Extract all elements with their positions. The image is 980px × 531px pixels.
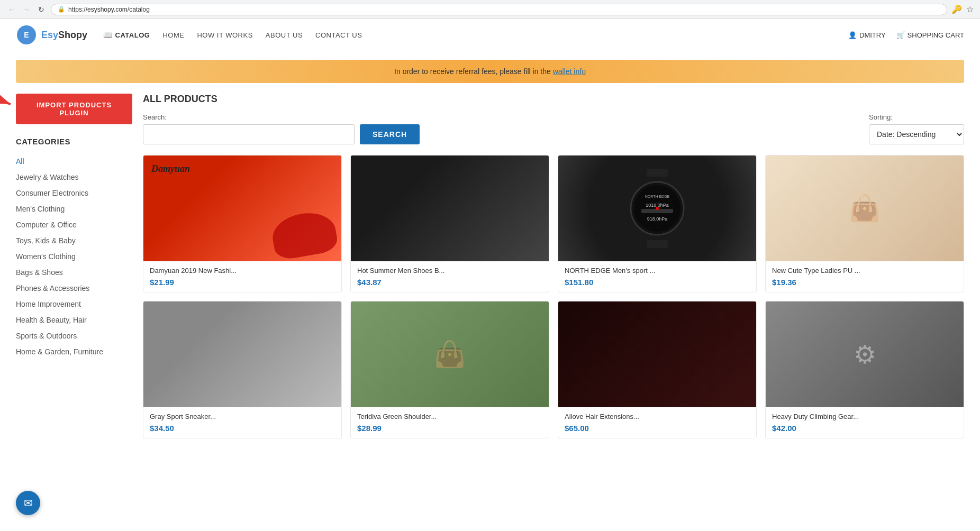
- star-icon: ☆: [966, 4, 974, 14]
- product-info: Damyuan 2019 New Fashi... $21.99: [143, 261, 341, 292]
- product-price: $21.99: [150, 278, 335, 287]
- category-bags-shoes[interactable]: Bags & Shoes: [16, 264, 132, 280]
- search-input[interactable]: [143, 124, 355, 144]
- category-jewelry[interactable]: Jewelry & Watches: [16, 169, 132, 185]
- svg-text:E: E: [24, 31, 29, 39]
- product-name: Heavy Duty Climbing Gear...: [772, 413, 957, 420]
- category-womens-clothing[interactable]: Women's Clothing: [16, 249, 132, 264]
- category-computer-office[interactable]: Computer & Office: [16, 217, 132, 233]
- main-layout: IMPORT PRODUCTS PLUGIN CATEGORIES All Je…: [0, 83, 980, 449]
- banner-text: In order to receive referral fees, pleas…: [394, 67, 553, 76]
- refresh-button[interactable]: ↻: [36, 4, 47, 15]
- user-menu[interactable]: 👤 DMITRY: [848, 31, 886, 39]
- svg-text:NORTH EDGE: NORTH EDGE: [645, 195, 670, 198]
- wallet-info-link[interactable]: wallet info: [553, 67, 586, 76]
- category-home-garden[interactable]: Home & Garden, Furniture: [16, 344, 132, 360]
- category-all[interactable]: All: [16, 153, 132, 169]
- category-mens-clothing[interactable]: Men's Clothing: [16, 201, 132, 217]
- product-info: Teridiva Green Shoulder... $28.99: [351, 407, 549, 438]
- url-text: https://esyshopy.com/catalog: [68, 6, 150, 13]
- category-health-beauty[interactable]: Health & Beauty, Hair: [16, 312, 132, 328]
- shopping-cart[interactable]: 🛒 SHOPPING CART: [896, 31, 964, 39]
- user-icon: 👤: [848, 31, 857, 39]
- category-sports-outdoors[interactable]: Sports & Outdoors: [16, 328, 132, 344]
- logo[interactable]: E EsyShopy: [16, 24, 87, 45]
- product-card-1[interactable]: Damyuan Damyuan 2019 New Fashi... $21.99: [143, 155, 342, 292]
- product-info: NORTH EDGE Men's sport ... $151.80: [558, 261, 756, 292]
- product-card-5[interactable]: Gray Sport Sneaker... $34.50: [143, 301, 342, 438]
- category-home-improvement[interactable]: Home Improvement: [16, 296, 132, 312]
- products-area: ALL PRODUCTS Search: SEARCH Sorting: Dat…: [143, 94, 964, 438]
- site-header: E EsyShopy 📖 CATALOG HOME HOW IT WORKS A…: [0, 19, 980, 51]
- svg-rect-3: [647, 169, 668, 177]
- search-col: Search:: [143, 113, 355, 144]
- product-card-6[interactable]: 👜 Teridiva Green Shoulder... $28.99: [350, 301, 549, 438]
- svg-text:918.0hPa: 918.0hPa: [647, 216, 668, 222]
- sorting-label: Sorting:: [869, 113, 964, 121]
- product-card-8[interactable]: ⚙ Heavy Duty Climbing Gear... $42.00: [765, 301, 964, 438]
- referral-banner: In order to receive referral fees, pleas…: [16, 60, 964, 83]
- product-info: New Cute Type Ladies PU ... $19.36: [766, 261, 964, 292]
- product-card-3[interactable]: NORTH EDGE 1018.0hPa 918.0hPa NORTH EDGE…: [558, 155, 757, 292]
- logo-icon: E: [16, 24, 37, 45]
- sidebar: IMPORT PRODUCTS PLUGIN CATEGORIES All Je…: [16, 94, 132, 438]
- search-button[interactable]: SEARCH: [360, 124, 420, 144]
- product-image: [143, 301, 341, 407]
- product-info: Allove Hair Extensions... $65.00: [558, 407, 756, 438]
- product-name: Hot Summer Men Shoes B...: [357, 267, 542, 274]
- product-info: Heavy Duty Climbing Gear... $42.00: [766, 407, 964, 438]
- product-price: $34.50: [150, 424, 335, 433]
- sort-select[interactable]: Date: Descending Date: Ascending Price: …: [869, 124, 964, 144]
- product-card-4[interactable]: 👜 New Cute Type Ladies PU ... $19.36: [765, 155, 964, 292]
- product-price: $43.87: [357, 278, 542, 287]
- category-phones-accessories[interactable]: Phones & Accessories: [16, 280, 132, 296]
- url-bar[interactable]: 🔒 https://esyshopy.com/catalog: [51, 4, 947, 15]
- product-name: NORTH EDGE Men's sport ...: [565, 267, 750, 274]
- product-price: $19.36: [772, 278, 957, 287]
- product-name: Gray Sport Sneaker...: [150, 413, 335, 420]
- import-products-btn[interactable]: IMPORT PRODUCTS PLUGIN: [16, 94, 132, 124]
- nav-catalog[interactable]: 📖 CATALOG: [103, 31, 150, 39]
- nav-home[interactable]: HOME: [162, 31, 184, 39]
- products-title: ALL PRODUCTS: [143, 94, 964, 105]
- category-consumer-electronics[interactable]: Consumer Electronics: [16, 185, 132, 201]
- main-nav: 📖 CATALOG HOME HOW IT WORKS ABOUT US CON…: [103, 31, 848, 39]
- product-name: Teridiva Green Shoulder...: [357, 413, 542, 420]
- svg-point-11: [656, 207, 659, 210]
- product-image: ⚙: [766, 301, 964, 407]
- svg-rect-4: [647, 240, 668, 248]
- sorting-col: Sorting: Date: Descending Date: Ascendin…: [869, 113, 964, 144]
- nav-how-it-works[interactable]: HOW IT WORKS: [197, 31, 252, 39]
- product-image: [558, 301, 756, 407]
- product-image: 👜: [351, 301, 549, 407]
- search-row: Search: SEARCH Sorting: Date: Descending…: [143, 113, 964, 144]
- product-info: Gray Sport Sneaker... $34.50: [143, 407, 341, 438]
- key-icon: 🔑: [951, 4, 962, 14]
- category-list: All Jewelry & Watches Consumer Electroni…: [16, 153, 132, 360]
- search-label: Search:: [143, 113, 355, 121]
- nav-about-us[interactable]: ABOUT US: [266, 31, 303, 39]
- back-button[interactable]: ←: [6, 4, 17, 15]
- lock-icon: 🔒: [58, 6, 65, 13]
- product-image: NORTH EDGE 1018.0hPa 918.0hPa: [558, 155, 756, 261]
- category-toys-kids-baby[interactable]: Toys, Kids & Baby: [16, 233, 132, 249]
- logo-text: EsyShopy: [41, 30, 87, 41]
- product-name: Allove Hair Extensions...: [565, 413, 750, 420]
- product-info: Hot Summer Men Shoes B... $43.87: [351, 261, 549, 292]
- product-name: Damyuan 2019 New Fashi...: [150, 267, 335, 274]
- cart-label: SHOPPING CART: [908, 31, 964, 39]
- product-name: New Cute Type Ladies PU ...: [772, 267, 957, 274]
- product-price: $65.00: [565, 424, 750, 433]
- product-image: Damyuan: [143, 155, 341, 261]
- product-price: $42.00: [772, 424, 957, 433]
- forward-button[interactable]: →: [21, 4, 32, 15]
- categories-title: CATEGORIES: [16, 137, 132, 146]
- user-name: DMITRY: [859, 31, 886, 39]
- product-price: $151.80: [565, 278, 750, 287]
- nav-contact-us[interactable]: CONTACT US: [315, 31, 362, 39]
- product-card-2[interactable]: Hot Summer Men Shoes B... $43.87: [350, 155, 549, 292]
- product-price: $28.99: [357, 424, 542, 433]
- book-icon: 📖: [103, 31, 113, 39]
- product-card-7[interactable]: Allove Hair Extensions... $65.00: [558, 301, 757, 438]
- browser-bar: ← → ↻ 🔒 https://esyshopy.com/catalog 🔑 ☆: [0, 0, 980, 19]
